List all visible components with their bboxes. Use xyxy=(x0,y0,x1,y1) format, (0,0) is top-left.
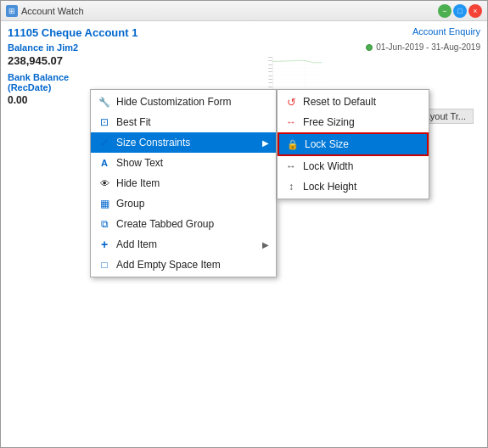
menu-item-add-item-left: Add Item xyxy=(98,238,157,251)
submenu-item-lock-height[interactable]: Lock Height xyxy=(278,176,429,197)
additem-icon xyxy=(98,238,111,251)
app-icon: ⊞ xyxy=(6,5,18,17)
app-window: ⊞ Account Watch − □ × 11105 Cheque Accou… xyxy=(0,0,488,448)
submenu-arrow-add: ▶ xyxy=(262,240,269,249)
submenu-arrow-size: ▶ xyxy=(262,138,269,148)
minimize-button[interactable]: − xyxy=(438,4,452,18)
title-bar-controls: − □ × xyxy=(438,4,482,18)
free-sizing-icon xyxy=(284,115,298,129)
menu-item-hide-customization[interactable]: Hide Customization Form xyxy=(91,92,276,112)
menu-item-hide-item[interactable]: Hide Item xyxy=(91,173,276,193)
maximize-button[interactable]: □ xyxy=(453,4,467,18)
menu-item-create-tabbed-group[interactable]: Create Tabbed Group xyxy=(91,214,276,234)
lock-width-icon xyxy=(284,160,298,173)
wrench-icon xyxy=(98,95,111,109)
menu-item-show-text[interactable]: Show Text xyxy=(91,153,276,173)
close-button[interactable]: × xyxy=(468,4,482,18)
submenu-item-free-sizing[interactable]: Free Sizing xyxy=(278,112,429,132)
menu-item-add-item[interactable]: Add Item ▶ xyxy=(91,234,276,255)
menu-item-group[interactable]: Group xyxy=(91,193,276,214)
menu-item-size-constraints-left: Size Constraints xyxy=(98,136,190,149)
window-title: Account Watch xyxy=(21,6,84,16)
lock-size-icon xyxy=(286,137,300,151)
size-icon xyxy=(98,136,111,149)
hide-icon xyxy=(98,176,111,190)
menu-item-best-fit[interactable]: Best Fit xyxy=(91,112,276,132)
context-menu-overlay: Hide Customization Form Best Fit Size Co… xyxy=(1,21,487,447)
tabgroup-icon xyxy=(98,217,111,231)
text-icon xyxy=(98,156,111,170)
menu-item-add-empty-space[interactable]: Add Empty Space Item xyxy=(91,255,276,275)
title-bar: ⊞ Account Watch − □ × xyxy=(1,1,487,21)
submenu-item-lock-size[interactable]: Lock Size xyxy=(278,132,429,156)
submenu-item-lock-width[interactable]: Lock Width xyxy=(278,156,429,176)
menu-item-size-constraints[interactable]: Size Constraints ▶ xyxy=(91,132,276,153)
group-icon xyxy=(98,197,111,210)
lock-height-icon xyxy=(284,180,298,193)
title-bar-left: ⊞ Account Watch xyxy=(6,5,84,17)
context-menu: Hide Customization Form Best Fit Size Co… xyxy=(90,89,277,277)
fit-icon xyxy=(98,115,111,129)
submenu-size-constraints: Reset to Default Free Sizing Lock Size L… xyxy=(277,89,429,199)
main-content: 11105 Cheque Account 1 Account Enquiry B… xyxy=(1,21,487,447)
submenu-item-reset-default[interactable]: Reset to Default xyxy=(278,92,429,112)
empty-space-icon xyxy=(98,258,111,272)
reset-icon xyxy=(284,95,298,109)
